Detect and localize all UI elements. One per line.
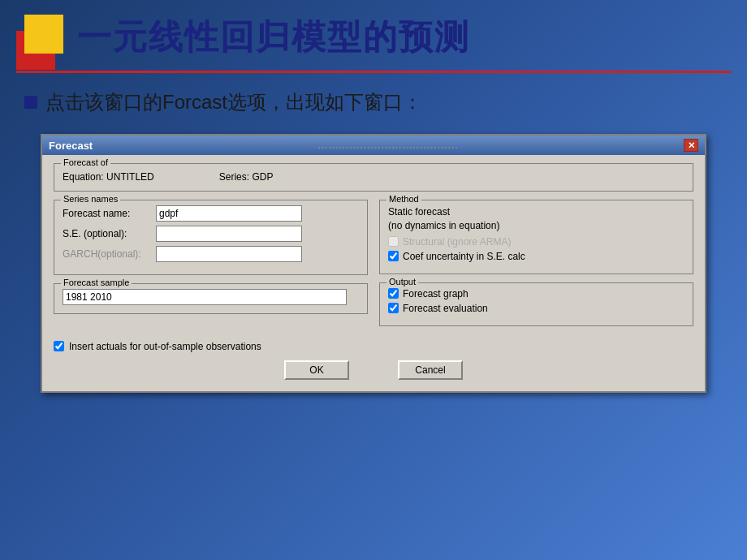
forecast-name-input[interactable] <box>156 205 302 222</box>
forecast-sample-label: Forecast sample <box>61 278 132 287</box>
bullet-text-label: 点击该窗口的Forcast选项，出现如下窗口： <box>45 89 422 115</box>
equation-info: Equation: UNTITLED <box>63 171 154 183</box>
forecast-graph-label: Forecast graph <box>403 288 468 299</box>
output-group: Output Forecast graph Forecast evaluatio… <box>379 282 693 326</box>
insert-actuals-label: Insert actuals for out-of-sample observa… <box>69 341 261 352</box>
method-label: Method <box>386 194 421 204</box>
coef-label: Coef uncertainty in S.E. calc <box>403 251 525 262</box>
static-forecast-text: Static forecast (no dynamics in equation… <box>388 205 684 233</box>
dialog-body: Forecast of Equation: UNTITLED Series: G… <box>42 155 705 391</box>
series-label: Series: <box>219 171 249 183</box>
ok-button[interactable]: OK <box>284 360 349 380</box>
series-names-group: Series names Forecast name: S.E. (option… <box>54 200 368 275</box>
structural-label: Structural (ignore ARMA) <box>403 236 511 248</box>
method-group: Method Static forecast (no dynamics in e… <box>379 200 693 274</box>
series-info: Series: GDP <box>219 171 274 183</box>
forecast-dialog: Forecast ...............................… <box>41 134 706 393</box>
forecast-of-label: Forecast of <box>61 157 110 167</box>
series-names-label: Series names <box>61 194 120 204</box>
deco-horizontal-line <box>16 71 731 73</box>
garch-row: GARCH(optional): <box>63 246 359 262</box>
right-column: Method Static forecast (no dynamics in e… <box>379 200 693 334</box>
bullet-square-icon <box>24 96 37 109</box>
dialog-close-button[interactable]: ✕ <box>684 139 698 152</box>
forecast-sample-input[interactable] <box>63 289 347 305</box>
coef-checkbox[interactable] <box>388 251 399 261</box>
forecast-sample-group: Forecast sample <box>54 283 368 314</box>
left-column: Series names Forecast name: S.E. (option… <box>54 200 368 334</box>
insert-actuals-row: Insert actuals for out-of-sample observa… <box>54 341 693 352</box>
dialog-buttons-row: OK Cancel <box>54 360 693 380</box>
structural-checkbox-row: Structural (ignore ARMA) <box>388 236 684 248</box>
output-label: Output <box>386 277 418 286</box>
dialog-title: Forecast <box>49 140 93 152</box>
equation-label: Equation: <box>63 171 104 183</box>
series-value: GDP <box>252 171 273 183</box>
forecast-of-group: Forecast of Equation: UNTITLED Series: G… <box>54 163 693 192</box>
forecast-name-label: Forecast name: <box>63 208 156 219</box>
forecast-name-row: Forecast name: <box>63 205 359 222</box>
forecast-eval-row: Forecast evaluation <box>388 303 684 314</box>
series-info-row: Equation: UNTITLED Series: GDP <box>63 171 684 183</box>
forecast-eval-label: Forecast evaluation <box>403 303 488 314</box>
dialog-titlebar: Forecast ...............................… <box>42 136 705 155</box>
two-col-layout: Series names Forecast name: S.E. (option… <box>54 200 693 334</box>
garch-label: GARCH(optional): <box>63 248 156 260</box>
dialog-title-blurred: ........................................ <box>317 140 458 151</box>
cancel-button[interactable]: Cancel <box>398 360 463 380</box>
bullet-section: 点击该窗口的Forcast选项，出现如下窗口： <box>24 89 731 130</box>
se-row: S.E. (optional): <box>63 226 359 242</box>
insert-actuals-checkbox[interactable] <box>54 341 64 351</box>
forecast-eval-checkbox[interactable] <box>388 303 399 313</box>
structural-checkbox[interactable] <box>388 236 399 247</box>
equation-value: UNTITLED <box>106 171 154 183</box>
deco-yellow-block <box>24 15 63 54</box>
se-label: S.E. (optional): <box>63 228 156 239</box>
forecast-graph-row: Forecast graph <box>388 288 684 299</box>
slide-title: 一元线性回归模型的预测 <box>77 15 470 60</box>
bullet-item-1: 点击该窗口的Forcast选项，出现如下窗口： <box>24 89 731 115</box>
coef-checkbox-row: Coef uncertainty in S.E. calc <box>388 251 684 262</box>
forecast-graph-checkbox[interactable] <box>388 288 399 299</box>
garch-input[interactable] <box>156 246 302 262</box>
se-input[interactable] <box>156 226 302 242</box>
forecast-dialog-wrapper: Forecast ...............................… <box>41 134 706 393</box>
